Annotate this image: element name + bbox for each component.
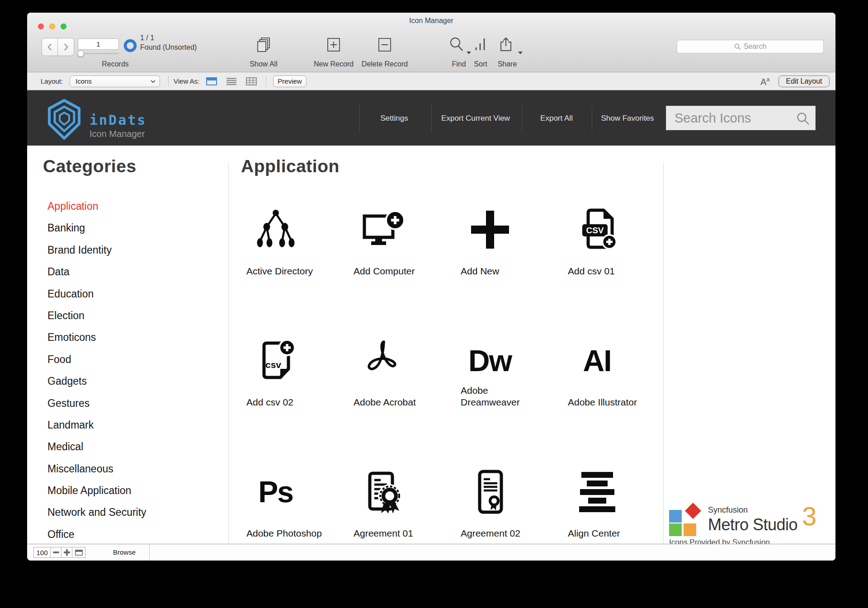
icon-cell-add-new[interactable]: Add New [461, 206, 562, 285]
chevron-down-icon [151, 80, 156, 83]
icon-cell-adobe-acrobat[interactable]: Adobe Acrobat [354, 337, 455, 416]
records-group-label: Records [102, 60, 129, 68]
icon-cell-agreement-01[interactable]: Agreement 01 [354, 468, 455, 547]
sidebar-item-banking[interactable]: Banking [47, 222, 146, 244]
record-slider[interactable] [78, 53, 119, 54]
search-icons-field[interactable] [666, 106, 816, 130]
icon-label: Adobe Acrobat [354, 365, 434, 408]
formatting-bar-toggle[interactable]: Aa [760, 76, 770, 87]
icon-cell-adobe-illustrator[interactable]: AI Adobe Illustrator [568, 337, 670, 416]
aa-glyph: A [760, 77, 766, 87]
sidebar-item-application[interactable]: Application [47, 200, 146, 222]
zoom-out-button[interactable] [50, 547, 61, 558]
titlebar-toolbar: Icon Manager 1 / 1 Found (Unsorted) [27, 13, 835, 72]
search-icon [797, 112, 809, 125]
sidebar-item-medical[interactable]: Medical [47, 441, 146, 462]
record-nav-group [42, 38, 74, 56]
zoom-in-button[interactable] [61, 547, 72, 558]
find-dropdown-caret-icon[interactable] [467, 52, 471, 54]
list-view-icon[interactable] [226, 77, 237, 85]
sidebar-item-landmark[interactable]: Landmark [47, 419, 146, 441]
sidebar-item-miscellaneous[interactable]: Miscellaneous [47, 463, 146, 485]
layout-select[interactable]: Icons [70, 75, 160, 87]
share-label[interactable]: Share [498, 60, 517, 68]
divider [149, 544, 150, 561]
preview-button[interactable]: Preview [273, 75, 307, 87]
content-area: Categories Application Banking Brand Ide… [27, 146, 835, 544]
toolbar-search-field[interactable]: Search [677, 40, 824, 53]
sidebar-item-brand-identity[interactable]: Brand Identity [47, 244, 146, 266]
icon-label: Adobe Dreamweaver [461, 365, 541, 408]
window-title: Icon Manager [27, 17, 835, 25]
icon-cell-align-center[interactable]: Align Center [568, 468, 670, 547]
sidebar-item-data[interactable]: Data [47, 266, 146, 288]
found-status: 1 / 1 Found (Unsorted) [140, 33, 197, 52]
sidebar-item-gadgets[interactable]: Gadgets [47, 375, 146, 397]
new-record-icon[interactable] [326, 37, 342, 53]
syncfusion-logo-block: Syncfusion Metro Studio 3 Icons Provided… [669, 502, 832, 547]
menu-item-export-current-view[interactable]: Export Current View [441, 114, 510, 123]
show-all-label[interactable]: Show All [250, 60, 277, 68]
icon-label: Active Directory [246, 234, 327, 277]
menu-item-show-favorites[interactable]: Show Favorites [601, 114, 654, 123]
icon-cell-add-csv-02[interactable]: csv Add csv 02 [246, 337, 348, 416]
icon-cell-active-directory[interactable]: Active Directory [246, 206, 348, 285]
icon-cell-adobe-photoshop[interactable]: Ps Adobe Photoshop [246, 468, 348, 547]
share-dropdown-caret-icon[interactable] [518, 52, 523, 54]
record-number-input[interactable] [78, 38, 119, 50]
icon-cell-add-computer[interactable]: Add Computer [354, 206, 455, 285]
sidebar-divider [228, 162, 229, 544]
new-record-label[interactable]: New Record [314, 60, 354, 68]
find-label[interactable]: Find [452, 60, 466, 68]
sidebar-item-gestures[interactable]: Gestures [47, 397, 146, 419]
status-bar: 100 Browse [27, 544, 835, 561]
delete-record-icon[interactable] [377, 37, 393, 53]
icon-cell-agreement-02[interactable]: Agreement 02 [461, 468, 562, 547]
show-all-icon[interactable] [255, 37, 272, 53]
sort-icon[interactable] [472, 37, 489, 53]
menu-item-export-all[interactable]: Export All [540, 114, 573, 123]
edit-layout-button[interactable]: Edit Layout [778, 75, 830, 87]
sidebar-item-mobile-application[interactable]: Mobile Application [47, 485, 146, 506]
previous-record-button[interactable] [42, 38, 58, 56]
sidebar-item-emoticons[interactable]: Emoticons [47, 331, 146, 353]
share-icon[interactable] [498, 37, 514, 53]
view-as-label: View As: [174, 72, 199, 90]
delete-record-label[interactable]: Delete Record [362, 60, 408, 68]
find-icon[interactable] [448, 37, 465, 53]
window-mode-icon [75, 550, 83, 556]
sort-label[interactable]: Sort [474, 60, 487, 68]
form-view-icon[interactable] [206, 77, 217, 85]
divider [431, 105, 432, 132]
mode-selector[interactable]: Browse [99, 547, 149, 558]
search-icons-input[interactable] [666, 106, 815, 130]
layout-bar: Layout: Icons View As: Preview Aa Edit L… [27, 72, 835, 90]
syncfusion-brand: Syncfusion [708, 505, 797, 515]
plus-icon [64, 549, 70, 556]
record-slider-thumb[interactable] [77, 50, 84, 57]
found-label: Found (Unsorted) [140, 42, 197, 52]
toolbar-search-placeholder: Search [744, 42, 767, 51]
menu-item-settings[interactable]: Settings [380, 114, 408, 123]
brand-name: inDats [90, 112, 146, 128]
status-area-toggle-button[interactable] [72, 547, 85, 558]
app-window: Icon Manager 1 / 1 Found (Unsorted) [27, 13, 835, 561]
chevron-right-icon [63, 43, 69, 51]
layout-label: Layout: [41, 72, 63, 90]
search-icon [734, 43, 741, 50]
icon-label: Add New [461, 234, 541, 277]
sidebar-item-network-and-security[interactable]: Network and Security [47, 506, 146, 528]
icon-cell-add-csv-01[interactable]: CSV Add csv 01 [568, 206, 670, 285]
divider [359, 105, 360, 132]
next-record-button[interactable] [58, 38, 74, 56]
sidebar-item-education[interactable]: Education [47, 288, 146, 310]
icon-label: Add csv 01 [568, 234, 648, 277]
sidebar-item-election[interactable]: Election [47, 310, 146, 331]
icon-label: Align Center [568, 496, 648, 539]
icon-cell-adobe-dreamweaver[interactable]: Dw Adobe Dreamweaver [461, 337, 562, 416]
screen-background: Icon Manager 1 / 1 Found (Unsorted) [0, 0, 868, 608]
brand-block: inDats Icon Manager [90, 112, 146, 139]
icon-label: Add csv 02 [246, 365, 327, 408]
sidebar-item-food[interactable]: Food [47, 353, 146, 375]
table-view-icon[interactable] [246, 77, 257, 85]
